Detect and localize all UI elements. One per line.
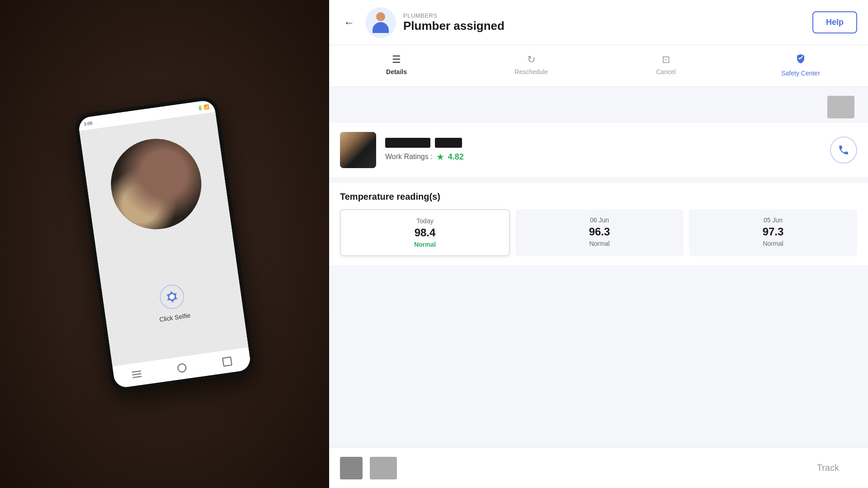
nav-tabs: ☰ Details ↻ Reschedule ⊡ Cancel Safety C…	[329, 45, 868, 87]
plumber-name-block1	[385, 138, 430, 148]
phone-icon	[838, 144, 849, 156]
shield-icon	[795, 53, 806, 66]
temp-date-today: Today	[416, 217, 433, 225]
temp-card-05jun: 05 Jun 97.3 Normal	[689, 209, 857, 256]
star-icon: ★	[436, 151, 444, 162]
details-label: Details	[386, 68, 407, 75]
temp-status-06jun: Normal	[589, 240, 609, 247]
temp-status-05jun: Normal	[763, 240, 783, 247]
reschedule-label: Reschedule	[514, 68, 548, 75]
back-button[interactable]: ←	[340, 13, 358, 33]
phone-nav-menu-icon	[132, 373, 141, 375]
temp-card-06jun: 06 Jun 96.3 Normal	[515, 209, 684, 256]
plumber-info: Work Ratings : ★ 4.82	[385, 138, 821, 162]
safety-center-label: Safety Center	[781, 70, 820, 77]
phone-nav-back-icon	[222, 357, 233, 367]
avatar-head	[376, 12, 385, 21]
plumber-name-row	[385, 138, 821, 148]
avatar	[365, 7, 396, 38]
tab-safety-center[interactable]: Safety Center	[733, 45, 868, 86]
temperature-title: Temperature reading(s)	[340, 192, 857, 202]
plumber-card: Work Ratings : ★ 4.82	[329, 123, 868, 177]
plumber-avatar-overlay	[340, 132, 376, 168]
left-panel: 3:06 🔋 📶	[0, 0, 329, 488]
bottom-placeholder-2	[370, 457, 397, 479]
temperature-cards: Today 98.4 Normal 06 Jun 96.3 Normal 05 …	[340, 209, 857, 256]
gray-placeholder-rect	[827, 96, 854, 118]
tab-reschedule[interactable]: ↻ Reschedule	[464, 45, 599, 86]
phone-icons: 🔋 📶	[197, 104, 209, 111]
work-rating: Work Ratings : ★ 4.82	[385, 151, 821, 162]
temp-date-06jun: 06 Jun	[590, 216, 609, 224]
reschedule-icon: ↻	[527, 55, 535, 65]
temp-status-today: Normal	[414, 241, 436, 248]
temp-card-today: Today 98.4 Normal	[340, 209, 510, 256]
phone-nav-home-icon	[177, 363, 187, 373]
help-button[interactable]: Help	[812, 11, 857, 33]
temp-date-05jun: 05 Jun	[764, 216, 783, 224]
temp-value-today: 98.4	[415, 226, 436, 239]
back-arrow-icon: ←	[344, 16, 354, 29]
gray-rect-container	[329, 87, 868, 123]
header-title: Plumber assigned	[403, 19, 805, 33]
temp-value-05jun: 97.3	[763, 225, 784, 238]
cancel-label: Cancel	[656, 68, 676, 75]
phone-content: Click Selfie	[79, 112, 248, 366]
work-ratings-label: Work Ratings :	[385, 153, 433, 161]
tab-cancel[interactable]: ⊡ Cancel	[599, 45, 733, 86]
call-button[interactable]	[830, 136, 857, 164]
avatar-body	[373, 22, 389, 33]
header-category: PLUMBERS	[403, 12, 805, 19]
phone-circle-photo	[105, 133, 207, 235]
camera-shutter-svg	[158, 282, 186, 311]
phone-time: 3:06	[84, 120, 93, 127]
plumber-name-block2	[435, 138, 462, 148]
plumber-avatar-icon	[373, 12, 389, 33]
temp-value-06jun: 96.3	[589, 225, 610, 238]
rating-value: 4.82	[448, 152, 464, 162]
header: ← PLUMBERS Plumber assigned Help	[329, 0, 868, 45]
temperature-section: Temperature reading(s) Today 98.4 Normal…	[329, 183, 868, 265]
main-content: Work Ratings : ★ 4.82 Temperature readin…	[329, 87, 868, 447]
phone-bottom-content: Click Selfie	[102, 274, 244, 330]
bottom-placeholder-1	[340, 457, 363, 479]
click-selfie-label: Click Selfie	[159, 312, 191, 323]
camera-icon[interactable]	[157, 282, 188, 312]
phone-mockup: 3:06 🔋 📶	[73, 95, 255, 393]
details-icon: ☰	[392, 55, 401, 65]
track-button[interactable]: Track	[799, 456, 857, 479]
cancel-icon: ⊡	[662, 55, 670, 65]
tab-details[interactable]: ☰ Details	[329, 45, 464, 86]
plumber-photo	[340, 132, 376, 168]
right-panel: ← PLUMBERS Plumber assigned Help ☰ Detai…	[329, 0, 868, 488]
header-title-group: PLUMBERS Plumber assigned	[403, 12, 805, 33]
bottom-bar: Track	[329, 447, 868, 488]
